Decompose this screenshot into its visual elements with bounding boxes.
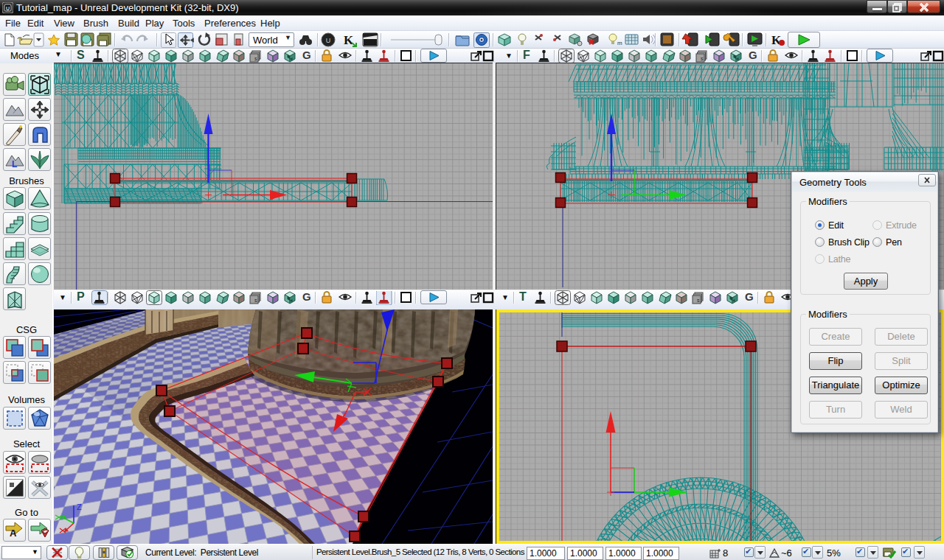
svg-text:s: s: [697, 298, 700, 303]
svg-text:U: U: [6, 6, 10, 11]
svg-text:A: A: [10, 528, 17, 539]
svg-text:s: s: [254, 56, 257, 61]
svg-text:L: L: [12, 159, 17, 169]
svg-text:m: m: [617, 40, 622, 46]
svg-text:U: U: [326, 37, 331, 44]
svg-text:Z: Z: [77, 503, 82, 511]
svg-text:s: s: [701, 56, 704, 61]
svg-text:K: K: [344, 33, 354, 47]
svg-text:s: s: [254, 298, 257, 303]
